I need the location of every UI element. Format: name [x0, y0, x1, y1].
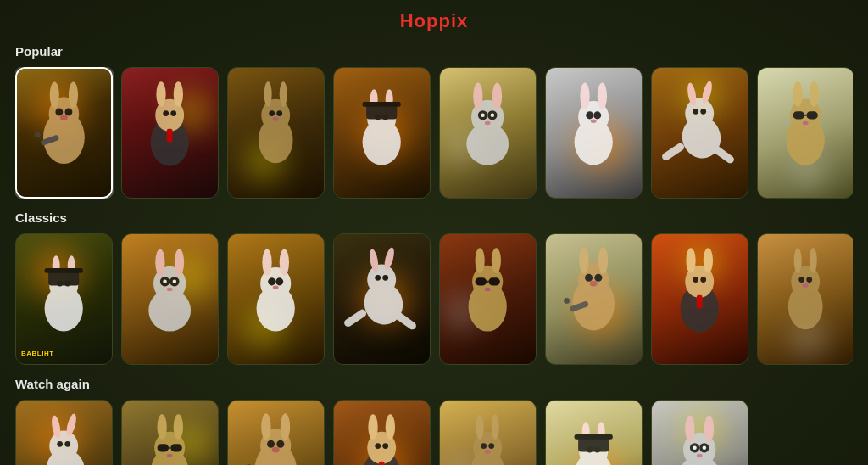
card-p2[interactable] [121, 67, 219, 199]
svg-point-18 [264, 82, 272, 107]
svg-point-123 [799, 277, 805, 283]
card-w7[interactable] [651, 400, 748, 465]
svg-point-4 [56, 109, 64, 116]
svg-point-48 [686, 98, 715, 129]
card-c6[interactable] [545, 233, 643, 365]
section-label-popular: Popular [15, 39, 853, 59]
card-inner-w3 [228, 401, 324, 465]
svg-point-37 [481, 114, 486, 118]
svg-point-156 [383, 444, 389, 450]
card-inner-p6 [546, 68, 642, 198]
svg-point-164 [485, 450, 491, 454]
svg-point-121 [794, 249, 802, 273]
svg-point-172 [595, 447, 601, 453]
section-watch-again: Watch again [0, 372, 868, 465]
svg-point-30 [383, 115, 389, 120]
card-w5[interactable] [439, 400, 537, 465]
svg-point-155 [376, 444, 381, 450]
card-p7[interactable] [651, 67, 748, 199]
rabbit-image-w1 [16, 401, 112, 465]
svg-point-52 [701, 109, 707, 115]
svg-line-94 [399, 317, 413, 326]
svg-point-163 [489, 444, 495, 450]
card-inner-p1 [17, 69, 111, 197]
card-inner-c1: BABLIHT [16, 234, 112, 364]
svg-point-106 [598, 247, 608, 274]
svg-point-137 [174, 415, 183, 440]
svg-rect-15 [167, 129, 173, 143]
svg-point-77 [164, 280, 168, 284]
svg-point-43 [598, 83, 607, 110]
rabbit-image-c4 [334, 234, 430, 364]
card-inner-p5 [440, 68, 536, 198]
card-p1[interactable] [15, 67, 113, 199]
rabbit-image-p1 [17, 69, 111, 197]
card-c1[interactable]: BABLIHT [15, 233, 113, 365]
svg-point-88 [368, 265, 397, 295]
card-c7[interactable] [651, 233, 748, 365]
card-p3[interactable] [227, 67, 325, 199]
svg-point-148 [272, 447, 280, 453]
svg-rect-170 [575, 434, 613, 440]
card-w3[interactable] [227, 400, 325, 465]
section-label-classics: Classics [15, 205, 853, 225]
svg-point-42 [581, 83, 590, 110]
card-inner-w1 [16, 401, 112, 465]
svg-point-38 [491, 114, 495, 118]
rabbit-image-w3 [228, 401, 324, 465]
card-w2[interactable] [121, 400, 219, 465]
svg-point-114 [687, 249, 696, 273]
card-c4[interactable] [333, 233, 431, 365]
card-c3[interactable] [227, 233, 325, 365]
svg-point-12 [174, 82, 183, 107]
svg-point-111 [564, 298, 570, 304]
card-w1[interactable] [15, 400, 113, 465]
card-inner-p3 [228, 68, 324, 198]
svg-point-19 [280, 82, 287, 107]
svg-point-86 [273, 286, 279, 290]
cards-row-popular [15, 67, 853, 199]
svg-point-145 [281, 413, 290, 440]
cards-row-watch-again [15, 400, 853, 465]
card-p4[interactable] [333, 67, 431, 199]
svg-point-179 [693, 446, 698, 451]
svg-point-70 [65, 281, 71, 287]
card-inner-w4 [334, 401, 430, 465]
rabbit-image-p3 [228, 68, 324, 198]
svg-point-85 [275, 278, 283, 286]
rabbit-image-p8 [758, 68, 853, 198]
svg-point-39 [485, 121, 491, 126]
svg-line-53 [666, 147, 681, 156]
svg-rect-59 [793, 112, 805, 120]
svg-point-45 [593, 112, 601, 120]
svg-line-93 [348, 313, 363, 322]
card-inner-p4 [334, 68, 430, 198]
svg-point-160 [476, 415, 484, 440]
svg-point-153 [369, 415, 378, 440]
svg-point-69 [58, 281, 64, 287]
svg-point-144 [262, 413, 271, 440]
card-inner-p7 [652, 68, 748, 198]
card-p6[interactable] [545, 67, 643, 199]
card-c5[interactable] [439, 233, 537, 365]
svg-point-141 [167, 454, 173, 458]
svg-point-46 [591, 120, 597, 124]
rabbit-image-w2 [122, 401, 218, 465]
card-c8[interactable] [757, 233, 853, 365]
svg-rect-99 [476, 278, 487, 286]
svg-point-161 [492, 415, 499, 440]
card-inner-w2 [122, 401, 218, 465]
card-w4[interactable] [333, 400, 431, 465]
card-p8[interactable] [757, 67, 853, 199]
svg-point-8 [35, 132, 41, 137]
svg-point-171 [587, 447, 593, 453]
card-c2[interactable] [121, 233, 219, 365]
svg-point-122 [810, 249, 817, 273]
svg-point-13 [164, 111, 170, 117]
svg-point-83 [280, 249, 289, 277]
card-p5[interactable] [439, 67, 537, 199]
svg-point-78 [173, 280, 177, 284]
svg-point-34 [492, 83, 502, 110]
card-w6[interactable] [545, 400, 643, 465]
card-inner-c7 [652, 234, 748, 364]
